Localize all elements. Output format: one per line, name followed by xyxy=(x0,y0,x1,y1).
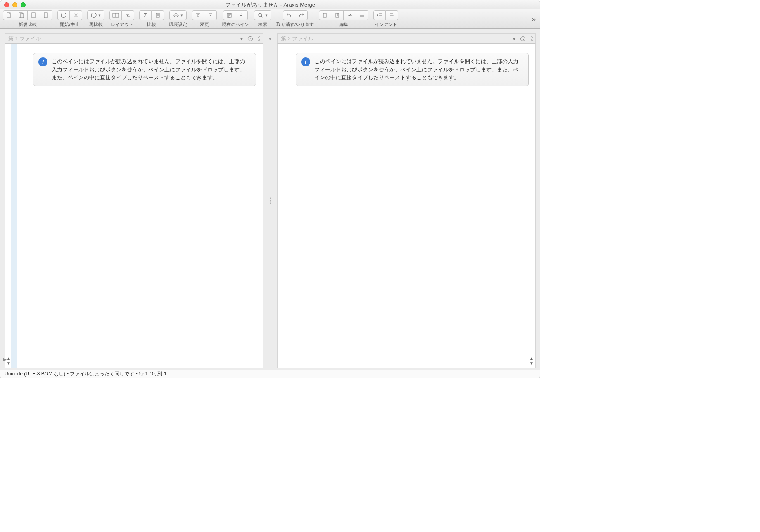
pane-right-header: 第 2 ファイル ... ▼ xyxy=(277,33,536,44)
indent-button[interactable] xyxy=(386,10,398,20)
toolbar-label-search: 検索 xyxy=(258,21,267,28)
toolbar-label-indent: インデント xyxy=(375,21,397,28)
layout-swap-button[interactable] xyxy=(122,10,134,20)
preferences-button[interactable]: ▼ xyxy=(169,10,187,20)
pane-left-options-button[interactable]: ... ▼ xyxy=(234,36,244,42)
pane-left-body[interactable]: i このペインにはファイルが読み込まれていません。ファイルを開くには、上部の入力… xyxy=(5,44,263,368)
pane-left-markers-icon[interactable] xyxy=(258,36,260,41)
compare-stats-button[interactable]: Σ xyxy=(139,10,152,20)
svg-rect-4 xyxy=(44,13,48,18)
edit-pane-button[interactable]: É xyxy=(235,10,248,20)
toolbar-group-changes: 変更 xyxy=(192,10,217,28)
start-button[interactable] xyxy=(57,10,70,20)
svg-point-12 xyxy=(176,15,177,16)
toolbar-label-undo-redo: 取り消す/やり直す xyxy=(276,21,314,28)
divider-top-dot-icon xyxy=(269,38,271,40)
pane-right: 第 2 ファイル ... ▼ i このペインにはファイルが読み込まれていません。… xyxy=(277,33,536,368)
play-icon[interactable]: ▶ xyxy=(3,356,7,362)
toolbar-label-compare: 比較 xyxy=(147,21,156,28)
window-title: ファイルがありません - Araxis Merge xyxy=(0,1,540,9)
toolbar: 新規比較 開始/中止 ▼ 再比較 xyxy=(0,10,540,28)
main-area: 第 1 ファイル ... ▼ i このペインにはファイルが読み込まれていません。… xyxy=(0,28,540,370)
edit-2-button[interactable] xyxy=(331,10,344,20)
search-button[interactable]: ▼ xyxy=(254,10,271,20)
compare-report-button[interactable] xyxy=(152,10,164,20)
edit-3-button[interactable] xyxy=(344,10,356,20)
nav-down-icon[interactable]: ▼ xyxy=(7,361,11,366)
pane-left-file-label[interactable]: 第 1 ファイル xyxy=(8,35,231,43)
next-change-button[interactable] xyxy=(204,10,217,20)
pane-right-gutter xyxy=(278,44,283,368)
toolbar-label-current-pane: 現在のペイン xyxy=(222,21,249,28)
pane-right-options-button[interactable]: ... ▼ xyxy=(506,36,517,42)
pane-left-editor[interactable]: i このペインにはファイルが読み込まれていません。ファイルを開くには、上部の入力… xyxy=(17,44,263,368)
svg-line-17 xyxy=(174,13,175,14)
svg-rect-3 xyxy=(32,13,35,18)
toolbar-group-new-compare: 新規比較 xyxy=(3,10,52,28)
info-icon: i xyxy=(301,57,310,66)
nav-down-icon[interactable]: ▼ xyxy=(530,361,534,366)
undo-button[interactable] xyxy=(283,10,295,20)
history-icon[interactable] xyxy=(519,35,527,43)
svg-rect-2 xyxy=(20,14,24,18)
toolbar-label-edit: 編集 xyxy=(339,21,348,28)
pane-right-info-box: i このペインにはファイルが読み込まれていません。ファイルを開くには、上部の入力… xyxy=(296,53,529,86)
toolbar-group-search: ▼ 検索 xyxy=(254,10,271,28)
pane-divider[interactable] xyxy=(263,33,277,368)
new-folder-compare-button[interactable] xyxy=(28,10,40,20)
toolbar-group-layout: レイアウト xyxy=(109,10,134,28)
history-icon[interactable] xyxy=(247,35,254,43)
pane-right-info-text: このペインにはファイルが読み込まれていません。ファイルを開くには、上部の入力フィ… xyxy=(314,57,522,82)
toolbar-label-recompare: 再比較 xyxy=(89,21,103,28)
outdent-button[interactable] xyxy=(373,10,386,20)
divider-handle-icon[interactable] xyxy=(270,198,271,204)
new-text-compare-button[interactable] xyxy=(3,10,15,20)
svg-rect-25 xyxy=(228,16,230,17)
redo-button[interactable] xyxy=(295,10,308,20)
svg-point-27 xyxy=(259,13,262,17)
toolbar-group-compare: Σ 比較 xyxy=(139,10,164,28)
svg-line-18 xyxy=(178,17,178,18)
pane-right-file-label[interactable]: 第 2 ファイル xyxy=(281,35,504,43)
toolbar-group-recompare: ▼ 再比較 xyxy=(87,10,104,28)
toolbar-label-preferences: 環境設定 xyxy=(169,21,187,28)
nav-up-icon[interactable]: ▲ xyxy=(7,356,11,361)
new-folder-compare-2-button[interactable] xyxy=(40,10,52,20)
titlebar: ファイルがありません - Araxis Merge xyxy=(0,0,540,10)
toolbar-label-start-stop: 開始/中止 xyxy=(60,21,79,28)
pane-left-overview-strip[interactable] xyxy=(11,44,17,368)
info-icon: i xyxy=(38,57,48,66)
pane-left-info-box: i このペインにはファイルが読み込まれていません。ファイルを開くには、上部の入力… xyxy=(33,53,256,86)
toolbar-overflow-icon[interactable]: » xyxy=(530,15,537,24)
pane-left-gutter xyxy=(5,44,11,368)
layout-horizontal-button[interactable] xyxy=(109,10,122,20)
pane-right-markers-icon[interactable] xyxy=(531,36,533,41)
prev-change-button[interactable] xyxy=(192,10,204,20)
edit-4-button[interactable] xyxy=(356,10,368,20)
toolbar-label-layout: レイアウト xyxy=(111,21,133,28)
statusbar-text: Unicode (UTF-8 BOM なし) • ファイルはまったく同じです •… xyxy=(5,370,166,378)
nav-up-icon[interactable]: ▲ xyxy=(530,356,534,361)
toolbar-label-new-compare: 新規比較 xyxy=(19,21,37,28)
stop-button[interactable] xyxy=(70,10,82,20)
pane-right-body[interactable]: i このペインにはファイルが読み込まれていません。ファイルを開くには、上部の入力… xyxy=(277,44,536,368)
toolbar-label-changes: 変更 xyxy=(200,21,209,28)
svg-line-19 xyxy=(174,17,175,18)
edit-1-button[interactable] xyxy=(319,10,331,20)
toolbar-group-current-pane: É 現在のペイン xyxy=(222,10,249,28)
new-text-compare-2-button[interactable] xyxy=(15,10,28,20)
save-button[interactable] xyxy=(223,10,235,20)
recompare-button[interactable]: ▼ xyxy=(87,10,104,20)
toolbar-group-indent: インデント xyxy=(373,10,398,28)
pane-left-info-text: このペインにはファイルが読み込まれていません。ファイルを開くには、上部の入力フィ… xyxy=(52,57,250,82)
toolbar-group-preferences: ▼ 環境設定 xyxy=(169,10,187,28)
pane-left-header: 第 1 ファイル ... ▼ xyxy=(5,33,263,44)
pane-left-nav-arrows[interactable]: ▲ ▼ xyxy=(6,356,12,366)
svg-line-28 xyxy=(261,16,263,17)
toolbar-group-edit: 編集 xyxy=(319,10,368,28)
svg-rect-24 xyxy=(228,13,230,15)
pane-right-editor[interactable]: i このペインにはファイルが読み込まれていません。ファイルを開くには、上部の入力… xyxy=(283,44,535,368)
pane-right-nav-arrows[interactable]: ▲ ▼ xyxy=(529,356,534,366)
svg-text:É: É xyxy=(240,13,242,18)
toolbar-group-undo-redo: 取り消す/やり直す xyxy=(276,10,314,28)
